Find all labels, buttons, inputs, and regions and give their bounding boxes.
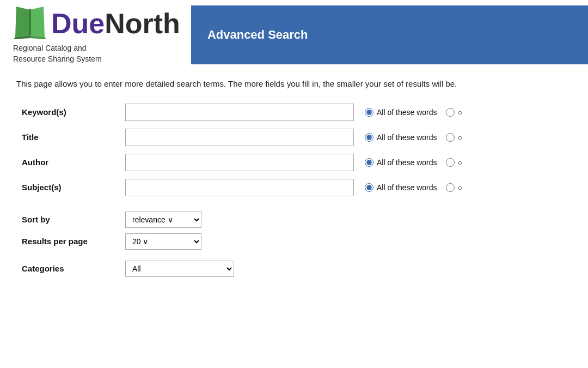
logo-due: Due: [51, 8, 105, 39]
subjects-radio-group: All of these words ○: [365, 183, 462, 192]
svg-rect-2: [29, 9, 31, 36]
author-input[interactable]: [125, 154, 354, 171]
title-radio-any[interactable]: ○: [446, 133, 462, 142]
author-radio-all-input[interactable]: [365, 158, 373, 167]
subjects-radio-all[interactable]: All of these words: [365, 183, 437, 192]
author-radio-any[interactable]: ○: [446, 158, 462, 167]
search-form: Keyword(s) All of these words ○ Title: [16, 104, 572, 277]
author-radio-any-label: ○: [458, 158, 462, 167]
title-radio-all-input[interactable]: [365, 133, 373, 142]
logo-container: DueNorth: [11, 5, 180, 41]
author-radio-all[interactable]: All of these words: [365, 158, 437, 167]
title-radio-any-input[interactable]: [446, 133, 455, 142]
keywords-radio-all-input[interactable]: [365, 108, 373, 117]
author-label: Author: [16, 158, 125, 167]
logo-text: DueNorth: [51, 9, 180, 38]
author-radio-group: All of these words ○: [365, 158, 462, 167]
banner-title: Advanced Search: [207, 28, 308, 42]
subjects-row: Subject(s) All of these words ○: [16, 179, 572, 196]
keywords-radio-group: All of these words ○: [365, 108, 462, 117]
logo-book-icon: [11, 5, 49, 41]
author-radio-any-input[interactable]: [446, 158, 455, 167]
page-description: This page allows you to enter more detai…: [16, 78, 572, 91]
title-row: Title All of these words ○: [16, 129, 572, 146]
author-radio-all-label: All of these words: [377, 158, 437, 167]
subjects-radio-any-input[interactable]: [446, 183, 455, 192]
results-per-page-label: Results per page: [16, 237, 125, 246]
sort-row: Sort by relevance ∨ title author date: [16, 212, 572, 228]
subjects-radio-all-input[interactable]: [365, 183, 373, 192]
categories-row: Categories All Books DVDs Music Magazine…: [16, 261, 572, 277]
svg-marker-1: [30, 7, 45, 37]
title-radio-group: All of these words ○: [365, 133, 462, 142]
main-content: This page allows you to enter more detai…: [0, 67, 588, 293]
title-radio-all-label: All of these words: [377, 133, 437, 142]
keywords-input[interactable]: [125, 104, 354, 121]
subjects-radio-any-label: ○: [458, 183, 462, 192]
categories-select[interactable]: All Books DVDs Music Magazines: [125, 261, 234, 277]
results-per-page-select[interactable]: 10 20 ∨ 50 100: [125, 233, 201, 250]
results-per-page-row: Results per page 10 20 ∨ 50 100: [16, 233, 572, 250]
keywords-radio-all[interactable]: All of these words: [365, 108, 437, 117]
subjects-input[interactable]: [125, 179, 354, 196]
title-radio-any-label: ○: [458, 133, 462, 142]
sort-label: Sort by: [16, 215, 125, 224]
header: DueNorth Regional Catalog and Resource S…: [0, 0, 588, 67]
author-row: Author All of these words ○: [16, 154, 572, 171]
logo-north: North: [105, 8, 180, 39]
subjects-radio-all-label: All of these words: [377, 183, 437, 192]
title-radio-all[interactable]: All of these words: [365, 133, 437, 142]
keywords-radio-any[interactable]: ○: [446, 108, 462, 117]
subjects-label: Subject(s): [16, 183, 125, 192]
subjects-radio-any[interactable]: ○: [446, 183, 462, 192]
categories-label: Categories: [16, 264, 125, 273]
keywords-radio-any-label: ○: [458, 108, 462, 117]
svg-marker-0: [15, 7, 30, 37]
banner: Advanced Search: [191, 5, 588, 64]
logo-tagline: Regional Catalog and Resource Sharing Sy…: [11, 43, 180, 64]
title-input[interactable]: [125, 129, 354, 146]
keywords-row: Keyword(s) All of these words ○: [16, 104, 572, 121]
logo-area: DueNorth Regional Catalog and Resource S…: [0, 5, 191, 64]
keywords-radio-any-input[interactable]: [446, 108, 455, 117]
keywords-label: Keyword(s): [16, 107, 125, 117]
sort-select[interactable]: relevance ∨ title author date: [125, 212, 201, 228]
keywords-radio-all-label: All of these words: [377, 108, 437, 117]
title-label: Title: [16, 132, 125, 142]
